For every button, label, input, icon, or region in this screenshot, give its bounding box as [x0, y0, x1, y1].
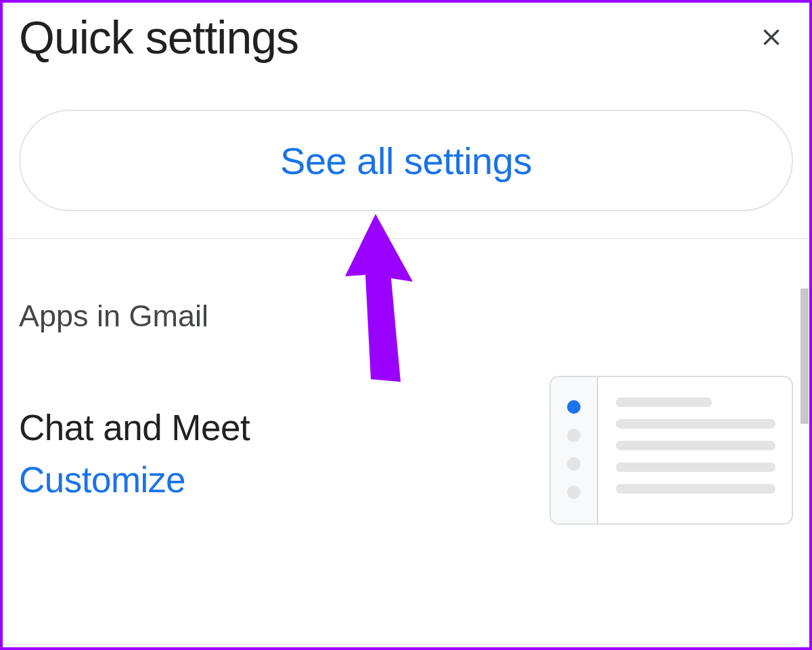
see-all-settings-button[interactable]: See all settings: [19, 110, 793, 211]
close-icon: [758, 24, 785, 51]
panel-title: Quick settings: [19, 11, 298, 64]
thumbnail-line-icon: [616, 441, 775, 450]
thumbnail-dot-active-icon: [567, 400, 581, 414]
thumbnail-line-icon: [616, 484, 775, 494]
option-text: Chat and Meet Customize: [19, 407, 250, 500]
quick-settings-panel: Quick settings See all settings Apps in …: [0, 0, 812, 650]
see-all-settings-label: See all settings: [280, 139, 532, 183]
thumbnail-lines: [598, 377, 792, 523]
thumbnail-dot-icon: [567, 457, 581, 471]
panel-header: Quick settings: [3, 3, 809, 64]
thumbnail-line-icon: [616, 397, 712, 407]
see-all-container: See all settings: [3, 64, 809, 238]
section-heading-apps-in-gmail: Apps in Gmail: [19, 299, 793, 334]
thumbnail-dot-icon: [567, 485, 581, 499]
option-chat-and-meet[interactable]: Chat and Meet Customize: [19, 383, 793, 525]
divider: [3, 238, 809, 239]
option-thumbnail: [549, 376, 793, 525]
option-title: Chat and Meet: [19, 407, 250, 448]
thumbnail-line-icon: [616, 419, 775, 429]
panel-content: Quick settings See all settings Apps in …: [3, 3, 809, 647]
scrollbar[interactable]: [800, 288, 809, 645]
customize-link[interactable]: Customize: [19, 459, 250, 500]
divider: [5, 644, 797, 645]
settings-list: Apps in Gmail Chat and Meet Customize: [3, 299, 809, 525]
close-button[interactable]: [750, 16, 793, 59]
thumbnail-dot-icon: [567, 429, 581, 442]
thumbnail-line-icon: [616, 462, 775, 472]
scrollbar-thumb[interactable]: [800, 288, 809, 424]
thumbnail-sidebar: [551, 377, 598, 523]
